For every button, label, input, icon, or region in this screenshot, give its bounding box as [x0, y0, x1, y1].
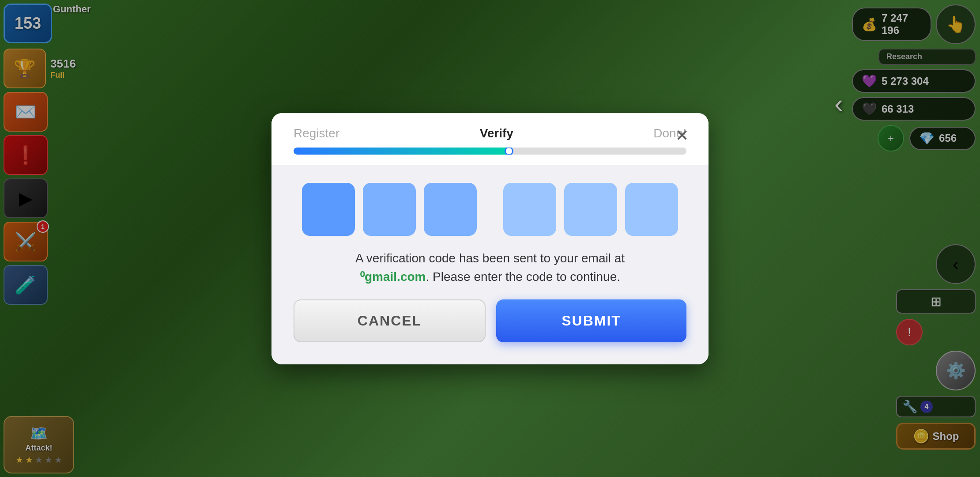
code-box-6[interactable]: [625, 183, 678, 236]
code-box-5[interactable]: [564, 183, 617, 236]
code-inputs[interactable]: [302, 183, 678, 236]
progress-bar: [294, 148, 686, 155]
dialog-body: A verification code has been sent to you…: [271, 165, 709, 364]
close-button[interactable]: ×: [669, 122, 695, 148]
code-box-1[interactable]: [302, 183, 355, 236]
message-line2: . Please enter the code to continue.: [426, 270, 620, 284]
message-line1: A verification code has been sent to you…: [355, 251, 625, 265]
code-box-4[interactable]: [503, 183, 556, 236]
step-verify: Verify: [480, 126, 513, 140]
submit-button[interactable]: SUBMIT: [496, 299, 686, 342]
steps-row: Register Verify Done!: [294, 126, 686, 140]
dialog-overlay: Register Verify Done! ×: [0, 0, 980, 477]
dialog-header: Register Verify Done!: [271, 113, 709, 165]
progress-dot: [505, 148, 513, 155]
step-register: Register: [294, 126, 339, 140]
verification-message: A verification code has been sent to you…: [355, 249, 625, 286]
code-box-3[interactable]: [424, 183, 477, 236]
code-box-2[interactable]: [363, 183, 416, 236]
progress-fill: [294, 148, 510, 155]
verify-dialog: Register Verify Done! ×: [271, 113, 709, 364]
email-address: ⁰gmail.com: [360, 270, 426, 284]
cancel-button[interactable]: CANCEL: [294, 299, 486, 342]
action-buttons: CANCEL SUBMIT: [294, 299, 686, 342]
